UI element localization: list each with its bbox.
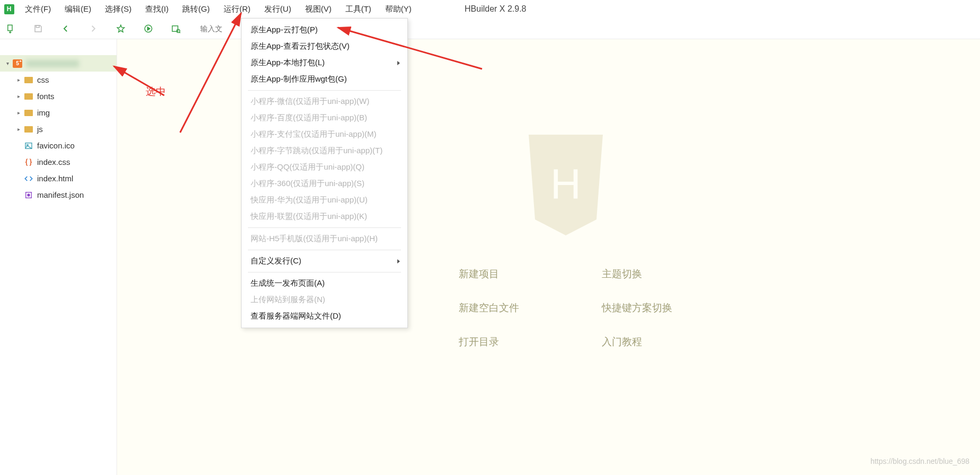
svg-marker-4 (117, 25, 124, 32)
dd-item: 快应用-华为(仅适用于uni-app)(U) (242, 192, 407, 208)
chevron-right-icon: ▸ (15, 110, 22, 116)
new-file-icon[interactable] (4, 22, 17, 35)
star-icon[interactable] (114, 22, 127, 35)
dd-separator (248, 250, 401, 250)
chevron-down-icon: ▾ (4, 60, 11, 66)
menu-4[interactable]: 跳转(G) (175, 0, 217, 18)
back-icon[interactable] (59, 22, 72, 35)
image-icon (24, 141, 33, 151)
tree-file-manifest.json[interactable]: manifest.json (0, 187, 117, 203)
chevron-right-icon: ▸ (15, 126, 22, 132)
tree-file-favicon.ico[interactable]: favicon.ico (0, 137, 117, 154)
menu-7[interactable]: 视图(V) (298, 0, 338, 18)
menu-2[interactable]: 选择(S) (98, 0, 138, 18)
tree-file-index.html[interactable]: index.html (0, 170, 117, 187)
quick-link[interactable]: 快捷键方案切换 (602, 301, 745, 315)
quick-link[interactable]: 新建项目 (459, 267, 602, 281)
menu-6[interactable]: 发行(U) (257, 0, 298, 18)
folder-icon (24, 125, 33, 134)
project-badge-icon: 5 (13, 59, 22, 68)
svg-point-13 (28, 194, 30, 196)
chevron-right-icon: ▸ (15, 77, 22, 83)
dd-item: 小程序-微信(仅适用于uni-app)(W) (242, 93, 407, 110)
target-icon (24, 190, 33, 200)
dd-item: 快应用-联盟(仅适用于uni-app)(K) (242, 208, 407, 225)
menu-3[interactable]: 查找(I) (138, 0, 175, 18)
project-tree: ▾ 5 ▸css▸fonts▸img▸js favicon.icoindex.c… (0, 39, 117, 475)
menu-9[interactable]: 帮助(Y) (378, 0, 418, 18)
menu-0[interactable]: 文件(F) (18, 0, 58, 18)
icon-toolbar (0, 18, 980, 39)
chevron-right-icon: ▸ (15, 93, 22, 99)
preview-icon[interactable] (170, 22, 182, 35)
dd-item: 网站-H5手机版(仅适用于uni-app)(H) (242, 231, 407, 247)
tree-folder-img[interactable]: ▸img (0, 104, 117, 121)
menu-5[interactable]: 运行(R) (217, 0, 257, 18)
quick-link[interactable]: 新建空白文件 (459, 301, 602, 315)
run-icon[interactable] (142, 22, 155, 35)
logo-shield-icon: H (523, 135, 608, 235)
svg-text:H: H (550, 160, 581, 207)
quick-link[interactable]: 主题切换 (602, 267, 745, 281)
quick-links: 新建项目新建空白文件打开目录 主题切换快捷键方案切换入门教程 (459, 267, 745, 349)
svg-rect-0 (8, 25, 12, 31)
menu-bar: H 文件(F)编辑(E)选择(S)查找(I)跳转(G)运行(R)发行(U)视图(… (0, 0, 980, 18)
watermark: https://blog.csdn.net/blue_698 (870, 457, 969, 465)
dd-item[interactable]: 原生App-云打包(P) (242, 22, 407, 38)
dd-item[interactable]: 查看服务器端网站文件(D) (242, 308, 407, 324)
dd-separator (248, 227, 401, 228)
tree-file-index.css[interactable]: index.css (0, 154, 117, 170)
svg-marker-6 (148, 27, 150, 30)
publish-menu-dropdown: 原生App-云打包(P)原生App-查看云打包状态(V)原生App-本地打包(L… (241, 18, 408, 328)
tree-folder-js[interactable]: ▸js (0, 121, 117, 137)
dd-item: 小程序-360(仅适用于uni-app)(S) (242, 175, 407, 192)
dd-item[interactable]: 原生App-查看云打包状态(V) (242, 38, 407, 55)
dd-item[interactable]: 生成统一发布页面(A) (242, 275, 407, 292)
dd-item[interactable]: 原生App-本地打包(L) (242, 55, 407, 71)
tree-folder-css[interactable]: ▸css (0, 72, 117, 88)
forward-icon[interactable] (87, 22, 100, 35)
dd-item: 小程序-字节跳动(仅适用于uni-app)(T) (242, 143, 407, 159)
folder-icon (24, 108, 33, 118)
dd-item: 小程序-支付宝(仅适用于uni-app)(M) (242, 126, 407, 143)
tree-folder-fonts[interactable]: ▸fonts (0, 88, 117, 104)
dd-separator (248, 90, 401, 91)
dd-item[interactable]: 自定义发行(C) (242, 253, 407, 269)
svg-rect-3 (36, 25, 39, 28)
folder-icon (24, 92, 33, 101)
dd-item: 上传网站到服务器(N) (242, 292, 407, 308)
app-logo: H (0, 0, 18, 18)
menu-1[interactable]: 编辑(E) (58, 0, 98, 18)
braces-icon (24, 157, 33, 167)
folder-icon (24, 75, 33, 85)
tree-root[interactable]: ▾ 5 (0, 55, 117, 72)
app-title: HBuilder X 2.9.8 (465, 4, 527, 14)
project-name-blurred (26, 60, 79, 67)
app-logo-letter: H (4, 4, 14, 14)
tag-icon (24, 174, 33, 183)
dd-separator (248, 272, 401, 272)
svg-line-9 (180, 32, 181, 33)
dd-item: 小程序-QQ(仅适用于uni-app)(Q) (242, 159, 407, 175)
dd-item[interactable]: 原生App-制作应用wgt包(G) (242, 71, 407, 87)
quick-link[interactable]: 打开目录 (459, 335, 602, 349)
annotation-label: 选中 (146, 85, 166, 99)
menu-8[interactable]: 工具(T) (338, 0, 378, 18)
quick-link[interactable]: 入门教程 (602, 335, 745, 349)
dd-item: 小程序-百度(仅适用于uni-app)(B) (242, 110, 407, 126)
save-icon[interactable] (32, 22, 44, 35)
